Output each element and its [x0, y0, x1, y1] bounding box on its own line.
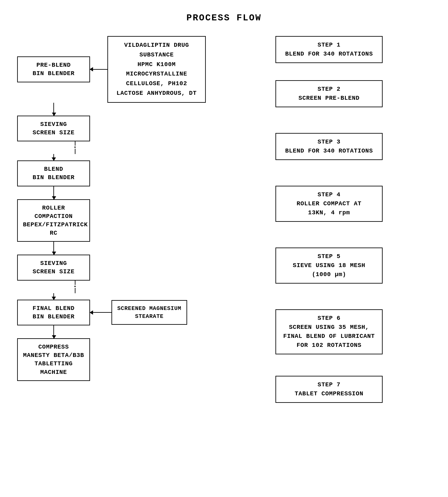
step-4-label: STEP 4 [318, 190, 341, 199]
roller-line1: ROLLER COMPACTION [34, 205, 73, 220]
step-6-desc: SCREEN USING 35 MESH, FINAL BLEND OF LUB… [283, 323, 375, 350]
ingredients-box: VILDAGLIPTIN DRUG SUBSTANCE HPMC K100M M… [107, 36, 206, 103]
step-2-desc: SCREEN PRE-BLEND [299, 94, 360, 103]
right-steps-column: STEP 1 BLEND FOR 340 ROTATIONS STEP 2 SC… [206, 36, 431, 403]
compress-box: COMPRESS MANESTY BETA/B3B TABLETTING MAC… [17, 338, 90, 381]
sieving-2-box: SIEVING SCREEN SIZE [17, 255, 90, 280]
roller-line2: BEPEX/FITZPATRICK RC [23, 221, 88, 236]
sieving1-line2: SCREEN SIZE [32, 129, 75, 136]
step-1-desc: BLEND FOR 340 ROTATIONS [285, 50, 373, 59]
compress-line2: MANESTY BETA/B3B [23, 352, 84, 359]
step-7-label: STEP 7 [318, 380, 341, 389]
ing-line1: VILDAGLIPTIN DRUG SUBSTANCE [124, 42, 189, 58]
arrow-3 [53, 186, 54, 199]
blend-line1: BLEND [44, 166, 63, 172]
compress-line1: COMPRESS [38, 344, 69, 350]
sieving2-line1: SIEVING [40, 260, 67, 267]
arrow-magnesium [90, 312, 112, 313]
dot-section-1 [39, 141, 112, 154]
mag-line2: STEARATE [135, 313, 163, 320]
compress-line3: TABLETTING MACHINE [34, 360, 73, 375]
step-5-box: STEP 5 SIEVE USING 18 MESH (1000 μm) [275, 248, 383, 283]
sieving2-line2: SCREEN SIZE [32, 268, 75, 275]
arrow-1 [53, 103, 54, 116]
step-3-label: STEP 3 [318, 137, 341, 147]
ing-line3: MICROCYRSTALLINE CELLULOSE, PH102 [126, 71, 187, 87]
step-3-desc: BLEND FOR 340 ROTATIONS [285, 147, 373, 155]
arrow-connector-2 [53, 154, 54, 160]
step-3-box: STEP 3 BLEND FOR 340 ROTATIONS [275, 133, 383, 160]
sieving-1-box: SIEVING SCREEN SIZE [17, 116, 90, 141]
mag-line1: SCREENED MAGNESIUM [117, 305, 181, 312]
step-2-label: STEP 2 [318, 85, 341, 94]
step-7-box: STEP 7 TABLET COMPRESSION [275, 376, 383, 403]
page: PROCESS FLOW PRE-BLEND BIN BLENDER VILDA… [0, 0, 448, 497]
step-4-box: STEP 4 ROLLER COMPACT AT 13KN, 4 rpm [275, 186, 383, 222]
ing-line4: LACTOSE ANHYDROUS, DT [117, 90, 197, 97]
final-blend-row: FINAL BLEND BIN BLENDER SCREENED MAGNESI… [17, 300, 206, 325]
dot-section-2 [39, 281, 112, 293]
step-5-label: STEP 5 [318, 252, 341, 261]
ing-line2: HPMC K100M [138, 61, 176, 68]
page-title: PROCESS FLOW [17, 13, 431, 23]
blend-box: BLEND BIN BLENDER [17, 160, 90, 186]
blend-line2: BIN BLENDER [32, 174, 75, 181]
arrow-ingredients-to-preblend [90, 69, 107, 70]
roller-compaction-box: ROLLER COMPACTION BEPEX/FITZPATRICK RC [17, 199, 90, 242]
step-7-desc: TABLET COMPRESSION [295, 389, 363, 398]
final-blend-box: FINAL BLEND BIN BLENDER [17, 300, 90, 325]
step-5-desc: SIEVE USING 18 MESH (1000 μm) [293, 261, 365, 279]
step-1-label: STEP 1 [318, 41, 341, 50]
pre-blend-line2: BIN BLENDER [32, 70, 75, 77]
sieving1-line1: SIEVING [40, 121, 67, 128]
final-blend-line1: FINAL BLEND [32, 305, 75, 312]
arrow-connector-5 [53, 293, 54, 300]
pre-blend-line1: PRE-BLEND [36, 62, 71, 68]
step-1-box: STEP 1 BLEND FOR 340 ROTATIONS [275, 36, 383, 63]
final-blend-line2: BIN BLENDER [32, 313, 75, 320]
step-6-box: STEP 6 SCREEN USING 35 MESH, FINAL BLEND… [275, 309, 383, 354]
magnesium-box: SCREENED MAGNESIUM STEARATE [112, 300, 187, 325]
step-4-desc: ROLLER COMPACT AT 13KN, 4 rpm [297, 199, 362, 217]
pre-blend-box: PRE-BLEND BIN BLENDER [17, 56, 90, 82]
arrow-4 [53, 242, 54, 255]
step-2-box: STEP 2 SCREEN PRE-BLEND [275, 80, 383, 107]
step-6-label: STEP 6 [318, 314, 341, 323]
arrow-6 [53, 325, 54, 338]
